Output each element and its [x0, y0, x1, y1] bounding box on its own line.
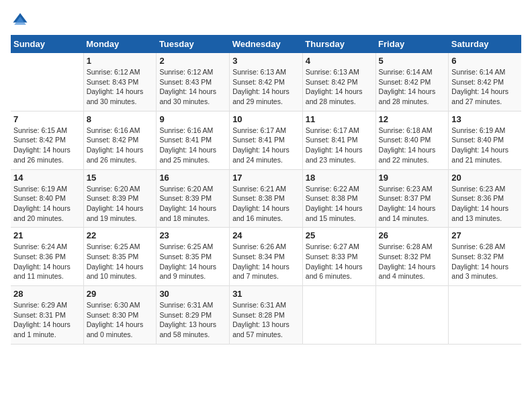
calendar-cell: 24Sunrise: 6:26 AM Sunset: 8:34 PM Dayli… [230, 228, 303, 286]
day-header-thursday: Thursday [302, 35, 375, 53]
header-row: SundayMondayTuesdayWednesdayThursdayFrid… [11, 35, 521, 53]
day-number: 21 [13, 230, 81, 240]
day-number: 20 [451, 173, 519, 183]
day-info: Sunrise: 6:15 AM Sunset: 8:42 PM Dayligh… [13, 126, 81, 165]
calendar-cell: 1Sunrise: 6:12 AM Sunset: 8:43 PM Daylig… [83, 53, 157, 111]
day-info: Sunrise: 6:17 AM Sunset: 8:41 PM Dayligh… [306, 126, 373, 165]
calendar-cell: 31Sunrise: 6:31 AM Sunset: 8:28 PM Dayli… [230, 286, 303, 345]
day-header-saturday: Saturday [449, 35, 521, 53]
day-info: Sunrise: 6:29 AM Sunset: 8:31 PM Dayligh… [13, 300, 81, 340]
day-info: Sunrise: 6:19 AM Sunset: 8:40 PM Dayligh… [13, 184, 81, 224]
day-info: Sunrise: 6:16 AM Sunset: 8:42 PM Dayligh… [87, 126, 154, 165]
calendar-cell: 29Sunrise: 6:30 AM Sunset: 8:30 PM Dayli… [83, 286, 157, 345]
calendar-cell: 20Sunrise: 6:23 AM Sunset: 8:36 PM Dayli… [449, 169, 521, 228]
day-info: Sunrise: 6:26 AM Sunset: 8:34 PM Dayligh… [232, 242, 300, 281]
day-number: 29 [87, 289, 154, 299]
day-info: Sunrise: 6:28 AM Sunset: 8:32 PM Dayligh… [451, 242, 519, 281]
day-info: Sunrise: 6:23 AM Sunset: 8:37 PM Dayligh… [379, 184, 446, 224]
calendar-cell: 21Sunrise: 6:24 AM Sunset: 8:36 PM Dayli… [11, 228, 83, 286]
day-info: Sunrise: 6:16 AM Sunset: 8:41 PM Dayligh… [159, 126, 226, 165]
calendar-cell: 4Sunrise: 6:13 AM Sunset: 8:42 PM Daylig… [302, 53, 375, 111]
day-number: 6 [451, 56, 519, 66]
day-info: Sunrise: 6:27 AM Sunset: 8:33 PM Dayligh… [306, 242, 373, 281]
day-number: 25 [306, 230, 373, 240]
day-info: Sunrise: 6:24 AM Sunset: 8:36 PM Dayligh… [13, 242, 81, 281]
day-info: Sunrise: 6:20 AM Sunset: 8:39 PM Dayligh… [87, 184, 154, 224]
day-info: Sunrise: 6:31 AM Sunset: 8:29 PM Dayligh… [159, 300, 226, 340]
week-row-1: 1Sunrise: 6:12 AM Sunset: 8:43 PM Daylig… [11, 53, 521, 111]
calendar-cell: 19Sunrise: 6:23 AM Sunset: 8:37 PM Dayli… [375, 169, 449, 228]
calendar-cell: 11Sunrise: 6:17 AM Sunset: 8:41 PM Dayli… [302, 111, 375, 169]
day-number: 28 [13, 289, 81, 299]
day-number: 5 [379, 56, 446, 66]
day-number: 3 [232, 56, 300, 66]
day-number: 14 [13, 173, 81, 183]
day-header-sunday: Sunday [11, 35, 83, 53]
day-info: Sunrise: 6:12 AM Sunset: 8:43 PM Dayligh… [159, 67, 226, 107]
calendar-cell [375, 286, 449, 345]
day-header-monday: Monday [83, 35, 157, 53]
calendar-cell: 28Sunrise: 6:29 AM Sunset: 8:31 PM Dayli… [11, 286, 83, 345]
day-info: Sunrise: 6:25 AM Sunset: 8:35 PM Dayligh… [87, 242, 154, 281]
calendar-cell: 2Sunrise: 6:12 AM Sunset: 8:43 PM Daylig… [157, 53, 230, 111]
calendar-table: SundayMondayTuesdayWednesdayThursdayFrid… [11, 35, 521, 345]
day-number: 19 [379, 173, 446, 183]
day-number: 31 [232, 289, 300, 299]
day-info: Sunrise: 6:31 AM Sunset: 8:28 PM Dayligh… [232, 300, 300, 340]
day-info: Sunrise: 6:17 AM Sunset: 8:41 PM Dayligh… [232, 126, 300, 165]
day-header-friday: Friday [375, 35, 449, 53]
calendar-cell: 3Sunrise: 6:13 AM Sunset: 8:42 PM Daylig… [230, 53, 303, 111]
calendar-cell: 5Sunrise: 6:14 AM Sunset: 8:42 PM Daylig… [375, 53, 449, 111]
calendar-cell: 16Sunrise: 6:20 AM Sunset: 8:39 PM Dayli… [157, 169, 230, 228]
day-number: 13 [451, 114, 519, 124]
day-info: Sunrise: 6:14 AM Sunset: 8:42 PM Dayligh… [451, 67, 519, 107]
day-number: 18 [306, 173, 373, 183]
header [11, 11, 521, 30]
day-number: 26 [379, 230, 446, 240]
day-header-wednesday: Wednesday [230, 35, 303, 53]
calendar-cell: 14Sunrise: 6:19 AM Sunset: 8:40 PM Dayli… [11, 169, 83, 228]
day-number: 10 [232, 114, 300, 124]
day-number: 2 [159, 56, 226, 66]
day-info: Sunrise: 6:14 AM Sunset: 8:42 PM Dayligh… [379, 67, 446, 107]
day-header-tuesday: Tuesday [157, 35, 230, 53]
day-number: 27 [451, 230, 519, 240]
day-info: Sunrise: 6:19 AM Sunset: 8:40 PM Dayligh… [451, 126, 519, 165]
calendar-cell: 9Sunrise: 6:16 AM Sunset: 8:41 PM Daylig… [157, 111, 230, 169]
calendar-cell: 17Sunrise: 6:21 AM Sunset: 8:38 PM Dayli… [230, 169, 303, 228]
calendar-cell: 27Sunrise: 6:28 AM Sunset: 8:32 PM Dayli… [449, 228, 521, 286]
day-info: Sunrise: 6:18 AM Sunset: 8:40 PM Dayligh… [379, 126, 446, 165]
calendar-cell: 30Sunrise: 6:31 AM Sunset: 8:29 PM Dayli… [157, 286, 230, 345]
calendar-cell [302, 286, 375, 345]
day-info: Sunrise: 6:20 AM Sunset: 8:39 PM Dayligh… [159, 184, 226, 224]
day-number: 24 [232, 230, 300, 240]
calendar-cell: 25Sunrise: 6:27 AM Sunset: 8:33 PM Dayli… [302, 228, 375, 286]
calendar-cell: 13Sunrise: 6:19 AM Sunset: 8:40 PM Dayli… [449, 111, 521, 169]
day-number: 11 [306, 114, 373, 124]
day-number: 4 [306, 56, 373, 66]
logo-icon [11, 11, 30, 30]
logo [11, 11, 32, 30]
day-info: Sunrise: 6:22 AM Sunset: 8:38 PM Dayligh… [306, 184, 373, 224]
day-info: Sunrise: 6:28 AM Sunset: 8:32 PM Dayligh… [379, 242, 446, 281]
day-number: 16 [159, 173, 226, 183]
day-number: 22 [87, 230, 154, 240]
calendar-cell: 10Sunrise: 6:17 AM Sunset: 8:41 PM Dayli… [230, 111, 303, 169]
day-info: Sunrise: 6:12 AM Sunset: 8:43 PM Dayligh… [87, 67, 154, 107]
calendar-cell: 12Sunrise: 6:18 AM Sunset: 8:40 PM Dayli… [375, 111, 449, 169]
calendar-cell: 18Sunrise: 6:22 AM Sunset: 8:38 PM Dayli… [302, 169, 375, 228]
day-info: Sunrise: 6:23 AM Sunset: 8:36 PM Dayligh… [451, 184, 519, 224]
day-number: 8 [87, 114, 154, 124]
day-number: 17 [232, 173, 300, 183]
day-number: 7 [13, 114, 81, 124]
day-number: 12 [379, 114, 446, 124]
calendar-cell: 6Sunrise: 6:14 AM Sunset: 8:42 PM Daylig… [449, 53, 521, 111]
day-info: Sunrise: 6:13 AM Sunset: 8:42 PM Dayligh… [232, 67, 300, 107]
week-row-3: 14Sunrise: 6:19 AM Sunset: 8:40 PM Dayli… [11, 169, 521, 228]
day-number: 30 [159, 289, 226, 299]
week-row-4: 21Sunrise: 6:24 AM Sunset: 8:36 PM Dayli… [11, 228, 521, 286]
week-row-5: 28Sunrise: 6:29 AM Sunset: 8:31 PM Dayli… [11, 286, 521, 345]
day-info: Sunrise: 6:25 AM Sunset: 8:35 PM Dayligh… [159, 242, 226, 281]
calendar-cell: 8Sunrise: 6:16 AM Sunset: 8:42 PM Daylig… [83, 111, 157, 169]
calendar-cell: 22Sunrise: 6:25 AM Sunset: 8:35 PM Dayli… [83, 228, 157, 286]
